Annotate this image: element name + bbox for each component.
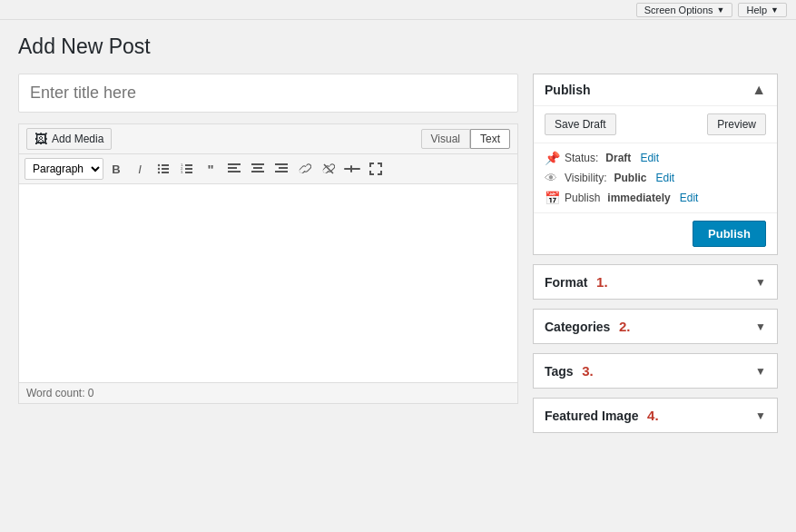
publish-label: Publish [565,192,600,204]
format-box-title: Format [545,275,587,290]
svg-rect-22 [275,171,288,172]
categories-box-title: Categories [545,320,610,334]
insert-more-button[interactable] [341,158,363,180]
tab-visual[interactable]: Visual [421,129,470,149]
categories-meta-box: Categories 2. ▼ [533,309,778,344]
publish-time-edit-link[interactable]: Edit [680,192,699,204]
visibility-icon: 👁 [545,171,559,185]
categories-box-header[interactable]: Categories 2. ▼ [534,310,777,343]
paragraph-format-select[interactable]: Paragraph Heading 1 Heading 2 Heading 3 [25,158,103,180]
svg-rect-11 [185,172,192,173]
tags-meta-box: Tags 3. ▼ [533,353,778,389]
publish-time-row: 📅 Publish immediately Edit [545,191,766,205]
tags-box-title: Tags [545,364,574,379]
svg-point-0 [158,164,160,166]
svg-rect-16 [251,163,264,165]
editor-toolbar-top: 🖼 Add Media Visual Text [18,123,518,153]
publish-actions-top: Save Draft Preview [534,106,777,143]
view-tabs: Visual Text [421,129,510,149]
featured-image-meta-box: Featured Image 4. ▼ [533,398,778,433]
screen-options-button[interactable]: Screen Options ▼ [636,3,733,17]
visibility-row: 👁 Visibility: Public Edit [545,171,766,185]
calendar-icon: 📅 [545,191,559,205]
status-label: Status: [565,152,598,164]
svg-rect-21 [279,167,288,169]
svg-rect-14 [228,171,241,172]
bold-button[interactable]: B [105,158,127,180]
align-left-button[interactable] [223,158,245,180]
fullscreen-button[interactable] [365,158,387,180]
svg-rect-1 [162,164,169,166]
format-number-badge: 1. [596,274,608,290]
svg-line-24 [324,164,333,173]
page-wrapper: Add New Post 🖼 Add Media Visual Text [0,20,796,457]
svg-rect-5 [162,172,169,173]
format-box-header[interactable]: Format 1. ▼ [534,265,777,299]
publish-meta-section: 📌 Status: Draft Edit 👁 Visibility: Publi… [534,143,777,213]
ordered-list-button[interactable]: 1.2.3. [176,158,198,180]
page-title: Add New Post [18,34,778,59]
editor-content-area[interactable] [18,183,518,383]
format-box-title-area: Format 1. [545,274,608,290]
categories-box-title-area: Categories 2. [545,319,631,334]
unordered-list-button[interactable] [152,158,174,180]
save-draft-button[interactable]: Save Draft [545,113,616,135]
tab-text[interactable]: Text [470,129,510,149]
screen-options-chevron: ▼ [717,5,725,15]
publish-button[interactable]: Publish [693,221,766,247]
format-meta-box: Format 1. ▼ [533,264,778,300]
status-row: 📌 Status: Draft Edit [545,151,766,165]
visibility-edit-link[interactable]: Edit [655,172,674,184]
remove-link-button[interactable] [318,158,339,180]
visibility-label: Visibility: [565,172,606,184]
publish-meta-box: Publish ▲ Save Draft Preview 📌 Status: [533,74,778,255]
publish-bottom: Publish [534,213,777,254]
svg-rect-7 [185,164,192,166]
status-value: Draft [605,152,631,164]
publish-box-title: Publish [545,83,591,97]
categories-chevron-icon: ▼ [755,320,766,333]
status-icon: 📌 [545,151,559,165]
svg-rect-20 [275,163,288,165]
svg-point-4 [158,172,160,173]
tags-number-badge: 3. [582,363,594,379]
featured-image-box-title: Featured Image [545,409,638,423]
status-edit-link[interactable]: Edit [640,152,659,164]
add-media-button[interactable]: 🖼 Add Media [26,128,112,150]
publish-time-value: immediately [607,192,670,204]
svg-rect-13 [228,167,237,169]
help-button[interactable]: Help ▼ [738,3,787,17]
svg-text:3.: 3. [181,170,183,174]
tags-box-header[interactable]: Tags 3. ▼ [534,354,777,388]
main-editor: 🖼 Add Media Visual Text Paragraph Headin… [18,74,518,404]
publish-box-header[interactable]: Publish ▲ [534,74,777,106]
italic-button[interactable]: I [129,158,151,180]
post-title-input[interactable] [18,74,518,113]
svg-rect-3 [162,168,169,170]
editor-footer: Word count: 0 [18,383,518,404]
featured-image-number-badge: 4. [647,408,659,423]
top-bar: Screen Options ▼ Help ▼ [0,0,796,20]
format-chevron-icon: ▼ [755,276,766,289]
featured-image-chevron-icon: ▼ [755,409,766,422]
featured-image-box-title-area: Featured Image 4. [545,408,659,423]
visibility-value: Public [614,172,646,184]
screen-options-label: Screen Options [644,5,713,15]
align-right-button[interactable] [270,158,292,180]
word-count-label: Word count: 0 [26,387,93,399]
svg-rect-26 [350,165,352,172]
featured-image-box-header[interactable]: Featured Image 4. ▼ [534,399,777,432]
content-layout: 🖼 Add Media Visual Text Paragraph Headin… [18,74,778,442]
preview-button[interactable]: Preview [707,113,766,135]
help-label: Help [746,5,767,15]
insert-link-button[interactable] [294,158,316,180]
tags-box-title-area: Tags 3. [545,363,594,379]
blockquote-button[interactable]: " [200,158,221,180]
align-center-button[interactable] [247,158,269,180]
svg-point-2 [158,168,160,170]
publish-collapse-icon: ▲ [752,82,766,98]
svg-rect-12 [228,163,241,165]
svg-rect-18 [251,171,264,172]
help-chevron: ▼ [771,5,779,15]
svg-rect-17 [253,167,262,169]
